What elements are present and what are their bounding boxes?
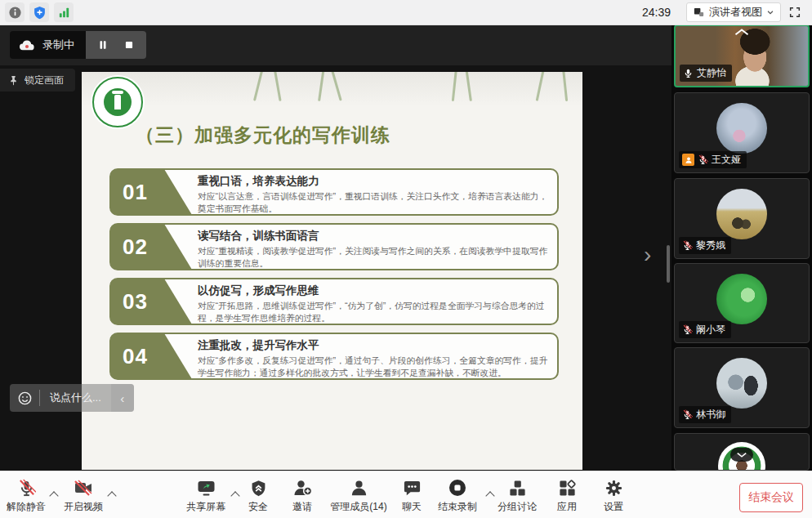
item-number: 03 [123,289,148,315]
host-badge-icon [682,154,694,166]
item-title: 以仿促写，形成写作思维 [198,284,551,298]
participant-name: 林书御 [696,408,725,422]
mic-muted-icon [682,324,693,335]
camera-off-icon [74,477,93,498]
avatar [716,103,767,154]
security-shield-icon [250,477,267,498]
collapse-strip-chevron-up-icon[interactable] [734,28,750,36]
item-title: 读写结合，训练书面语言 [198,229,551,243]
item-body: 对应“重视精读，阅读教学促进写作”，关注阅读与写作之间的关系，在阅读教学中提取写… [198,245,551,270]
lock-view-button[interactable]: 锁定画面 [0,69,75,92]
unmute-button[interactable]: 解除静音 [0,477,52,514]
quick-chat-bubble: 说点什么... ‹ [10,384,134,412]
top-left-icons [5,2,74,22]
chevron-down-icon [766,8,774,16]
lock-view-label: 锁定画面 [25,74,64,87]
share-screen-button[interactable]: 共享屏幕 [180,477,232,514]
apps-button[interactable]: 应用 [547,477,587,514]
member-person-icon [350,477,368,498]
participant-name-tag: 王文娅 [679,151,747,168]
participant-name-tag: 阚小琴 [679,321,731,338]
mic-muted-icon [698,154,708,165]
participant-name-tag: 黎秀娥 [679,237,731,254]
participant-name: 阚小琴 [696,323,725,337]
mic-muted-icon [682,240,693,251]
next-page-arrow[interactable]: › [644,243,651,266]
fullscreen-button[interactable] [786,3,804,21]
security-button[interactable]: 安全 [239,477,278,514]
avatar [716,358,767,409]
slide-title: （三）加强多元化的写作训练 [136,123,390,148]
recording-indicator: 录制中 [10,31,146,59]
avatar [716,274,767,324]
emoji-button[interactable] [10,391,39,406]
cloud-recording-icon [18,38,36,52]
item-number: 01 [123,180,148,205]
participant-name: 黎秀娥 [696,239,725,252]
participants-sidebar: 艾静怡 王文娅 黎秀娥 阚小琴 林书御 [671,25,812,471]
item-number: 02 [123,234,148,260]
slide-item-1: 01 重视口语，培养表达能力 对应“以言达意，言语训练促进写作”，重视口语训练，… [109,168,559,216]
slide-item-2: 02 读写结合，训练书面语言 对应“重视精读，阅读教学促进写作”，关注阅读与写作… [109,223,559,270]
signal-strength-icon[interactable] [54,2,74,22]
shared-screen-stage: 录制中 锁定画面 （三）加强 [0,25,671,471]
video-options-chevron[interactable] [109,491,115,498]
mic-muted-icon [682,409,693,420]
sidebar-scrollbar[interactable] [667,245,670,283]
share-options-chevron[interactable] [232,491,239,498]
shield-protect-icon[interactable] [29,2,49,22]
gear-icon [605,477,623,498]
apps-grid-icon [558,477,577,498]
slide-item-3: 03 以仿促写，形成写作思维 对应“开拓思路，思维训练促进写作”，“仿为了创”，… [109,278,559,325]
invite-person-icon [292,477,313,498]
invite-button[interactable]: 邀请 [283,477,322,514]
participant-name-tag: 林书御 [679,406,731,423]
stop-record-icon [448,477,467,498]
recording-status-label: 录制中 [42,38,74,52]
chat-input[interactable]: 说点什么... [40,391,111,405]
manage-members-button[interactable]: 管理成员(14) [322,477,395,514]
school-logo [92,77,143,127]
layout-icon [693,7,705,19]
participant-tile[interactable]: 黎秀娥 [674,178,810,259]
window-top-bar: 24:39 演讲者视图 [0,0,812,25]
meeting-toolbar: 解除静音 开启视频 共享屏幕 [0,471,812,518]
view-mode-button[interactable]: 演讲者视图 [686,2,781,22]
participant-tile[interactable]: 林书御 [674,347,810,428]
item-title: 注重批改，提升写作水平 [198,338,551,353]
slide-top-band [82,72,582,106]
participant-tile-video[interactable]: 艾静怡 [674,25,810,87]
participant-name: 王文娅 [712,153,741,167]
slide-item-4: 04 注重批改，提升写作水平 对应“多作多改，反复练习促进写作”，通过句子、片段… [109,333,559,380]
item-body: 对应“开拓思路，思维训练促进写作”，“仿为了创”，仿写的过程是全面学习与综合思考… [198,300,551,325]
participant-name: 艾静怡 [697,66,726,80]
end-meeting-button[interactable]: 结束会议 [739,483,803,512]
participant-tile[interactable]: 阚小琴 [674,263,810,343]
avatar [716,189,767,239]
info-icon[interactable] [5,2,25,22]
participant-tile-partial[interactable] [674,433,810,471]
mic-muted-icon [17,477,36,498]
mic-options-chevron[interactable] [51,491,57,498]
chat-button[interactable]: 聊天 [392,477,431,514]
collapse-chat-button[interactable]: ‹ [111,384,134,412]
settings-button[interactable]: 设置 [594,477,633,514]
view-mode-label: 演讲者视图 [709,5,762,20]
participant-name-tag: 艾静怡 [680,65,732,82]
breakout-blocks-icon [508,477,527,498]
breakout-rooms-button[interactable]: 分组讨论 [491,477,543,514]
scroll-down-chevron-icon[interactable] [730,448,753,462]
start-video-button[interactable]: 开启视频 [57,477,109,514]
end-recording-button[interactable]: 结束录制 [431,477,484,514]
pin-icon [8,75,19,86]
item-body: 对应“以言达意，言语训练促进写作”，重视口语训练，关注口头作文，培养语言表达能力… [198,190,551,216]
item-title: 重视口语，培养表达能力 [198,174,551,189]
item-number: 04 [123,344,148,369]
presentation-slide: （三）加强多元化的写作训练 01 重视口语，培养表达能力 对应“以言达意，言语训… [82,72,582,470]
mic-on-icon [683,68,694,78]
chat-bubble-icon [403,477,422,498]
participant-tile[interactable]: 王文娅 [674,92,810,173]
meeting-timer: 24:39 [642,0,671,25]
stop-recording-button[interactable] [118,34,140,56]
pause-recording-button[interactable] [92,34,114,56]
